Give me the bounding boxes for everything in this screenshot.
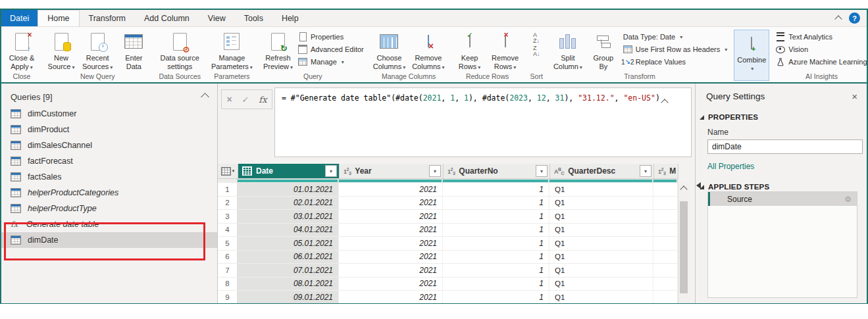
cell[interactable]: 01.01.2021 (238, 183, 339, 196)
new-source-button[interactable]: New Source▾ (44, 28, 78, 72)
cell[interactable]: Q1 (549, 197, 653, 210)
text-analytics-button[interactable]: Text Analytics (776, 32, 867, 42)
tab-file[interactable]: Datei (1, 10, 38, 26)
cell[interactable]: 1 (443, 210, 549, 223)
scroll-up-icon[interactable] (680, 185, 687, 193)
cell[interactable]: 1 (443, 197, 549, 210)
cell[interactable]: Q1 (549, 224, 653, 237)
cell[interactable]: 1 (443, 237, 549, 250)
row-number[interactable]: 8 (218, 278, 238, 291)
cell[interactable]: 1 (443, 278, 549, 291)
cell[interactable]: Q1 (549, 264, 653, 277)
applied-step-source[interactable]: Source⚙ (708, 192, 857, 206)
cell[interactable]: 2021 (339, 278, 443, 291)
cell[interactable]: Q1 (549, 237, 653, 250)
use-first-row-as-headers-button[interactable]: Use First Row as Headers ▾ (623, 44, 727, 55)
cell[interactable] (653, 291, 678, 303)
tab-transform[interactable]: Transform (80, 10, 136, 26)
commit-formula-icon[interactable]: ✓ (242, 95, 249, 105)
cell[interactable]: Q1 (549, 183, 653, 196)
cell[interactable]: 2021 (339, 210, 443, 223)
split-column-button[interactable]: Split Column▾ (551, 28, 585, 72)
close-icon[interactable]: × (852, 92, 857, 101)
keep-rows-button[interactable]: ✓ Keep Rows▾ (453, 28, 487, 72)
enter-data-button[interactable]: Enter Data (116, 28, 151, 72)
data-source-settings-button[interactable]: ⚙ Data source settings (158, 28, 202, 72)
tab-help[interactable]: Help (272, 10, 308, 26)
step-settings-gear-icon[interactable]: ⚙ (844, 195, 852, 204)
select-all-button[interactable]: ▾ (218, 164, 238, 179)
cell[interactable]: 07.01.2021 (238, 264, 339, 277)
name-input[interactable]: dimDate (707, 139, 863, 154)
group-by-button[interactable]: Group By (586, 28, 621, 72)
remove-rows-button[interactable]: × Remove Rows▾ (488, 28, 523, 72)
tab-add-column[interactable]: Add Column (135, 10, 199, 26)
column-header-quarterdesc[interactable]: ABCQuarterDesc▾ (550, 164, 654, 179)
applied-steps-section-header[interactable]: APPLIED STEPS (696, 183, 867, 191)
cell[interactable]: 2021 (339, 237, 443, 250)
cell[interactable] (653, 210, 678, 223)
row-number[interactable]: 2 (218, 197, 238, 210)
query-item-factforecast[interactable]: factForecast (1, 153, 217, 169)
replace-values-button[interactable]: 1↘2 Replace Values (623, 57, 727, 67)
collapse-formula-icon[interactable] (662, 96, 667, 108)
cell[interactable] (653, 183, 678, 196)
cell[interactable]: 04.01.2021 (238, 224, 339, 237)
properties-section-header[interactable]: PROPERTIES (696, 113, 867, 121)
refresh-preview-button[interactable]: ↻ Refresh Preview▾ (261, 28, 295, 72)
filter-icon[interactable]: ▾ (429, 165, 441, 177)
tab-view[interactable]: View (199, 10, 235, 26)
cell[interactable] (653, 237, 678, 250)
cell[interactable]: 2021 (339, 291, 443, 303)
column-header-year[interactable]: 123Year▾ (340, 164, 444, 179)
cell[interactable] (653, 251, 678, 264)
query-item-helperproductcategories[interactable]: helperProductCategories (1, 185, 217, 201)
vertical-scrollbar[interactable] (678, 183, 690, 303)
cell[interactable]: 1 (443, 224, 549, 237)
cell[interactable]: Q1 (549, 291, 653, 303)
scrollbar-thumb[interactable] (680, 201, 688, 293)
row-number[interactable]: 5 (218, 237, 238, 250)
cell[interactable]: 08.01.2021 (238, 278, 339, 291)
cell[interactable]: Q1 (549, 278, 653, 291)
cell[interactable] (653, 197, 678, 210)
query-item-dimcustomer[interactable]: dimCustomer (1, 106, 217, 122)
collapse-pane-icon[interactable] (201, 93, 209, 101)
combine-button[interactable]: + Combine ▾ (734, 30, 769, 81)
sort-ascending-icon[interactable]: AZ↓ (533, 32, 540, 44)
help-icon[interactable]: ? (849, 12, 860, 24)
filter-icon[interactable]: ▾ (325, 165, 337, 177)
cell[interactable]: 2021 (339, 264, 443, 277)
cell[interactable]: 1 (443, 251, 549, 264)
filter-icon[interactable]: ▾ (640, 165, 651, 177)
tab-tools[interactable]: Tools (235, 10, 272, 26)
choose-columns-button[interactable]: Choose Columns▾ (370, 28, 408, 72)
sort-descending-icon[interactable]: ZA↓ (533, 45, 540, 57)
cancel-formula-icon[interactable]: × (226, 94, 232, 105)
cell[interactable]: 03.01.2021 (238, 210, 339, 223)
query-item-dimdate[interactable]: dimDate (1, 232, 217, 248)
vision-button[interactable]: Vision (776, 44, 867, 55)
cell[interactable]: 1 (443, 264, 549, 277)
query-item-dimsaleschannel[interactable]: dimSalesChannel (1, 137, 217, 153)
data-type-button[interactable]: Data Type: Date ▾ (623, 32, 727, 42)
remove-columns-button[interactable]: × Remove Columns▾ (409, 28, 447, 72)
cell[interactable]: 09.01.2021 (238, 291, 339, 303)
query-item-generate-date-table[interactable]: fxGenerate date table (1, 216, 217, 232)
formula-bar[interactable]: = #"Generate date table"(#date(2021, 1, … (274, 87, 692, 157)
row-number[interactable]: 9 (218, 291, 238, 303)
filter-icon[interactable]: ▾ (536, 165, 548, 177)
manage-parameters-button[interactable]: Manage Parameters▾ (209, 28, 255, 72)
close-and-apply-button[interactable]: ×↑ Close & Apply▾ (5, 28, 39, 72)
cell[interactable]: 1 (443, 183, 549, 196)
query-item-helperproducttype[interactable]: helperProductType (1, 201, 217, 216)
query-item-factsales[interactable]: factSales (1, 169, 217, 185)
formula-text[interactable]: = #"Generate date table"(#date(2021, 1, … (282, 93, 665, 103)
cell[interactable] (653, 224, 678, 237)
cell[interactable]: 2021 (339, 183, 443, 196)
all-properties-link[interactable]: All Properties (707, 162, 867, 171)
cell[interactable] (653, 278, 678, 291)
cell[interactable]: 1 (443, 291, 549, 303)
cell[interactable]: 06.01.2021 (238, 251, 339, 264)
query-item-dimproduct[interactable]: dimProduct (1, 122, 217, 137)
